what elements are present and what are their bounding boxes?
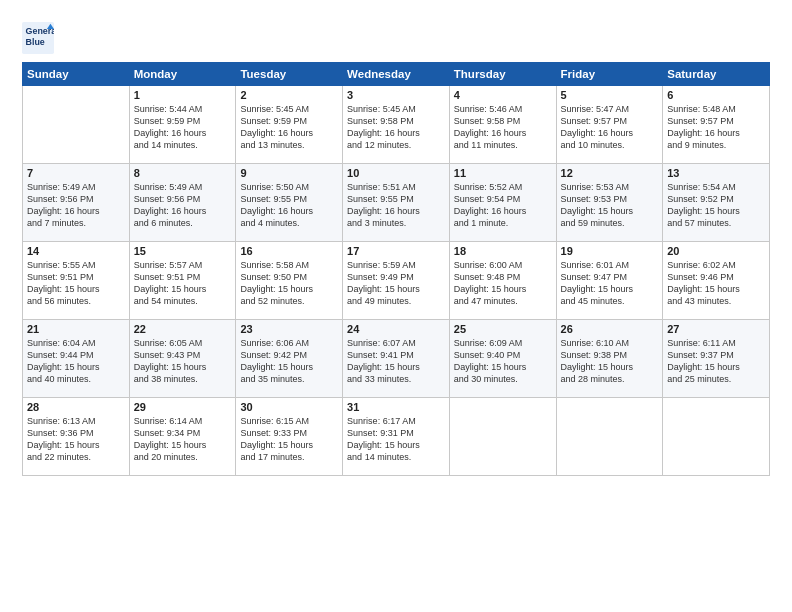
calendar-cell: 26Sunrise: 6:10 AM Sunset: 9:38 PM Dayli… [556, 320, 663, 398]
calendar-cell: 2Sunrise: 5:45 AM Sunset: 9:59 PM Daylig… [236, 86, 343, 164]
calendar-cell [449, 398, 556, 476]
calendar-cell: 18Sunrise: 6:00 AM Sunset: 9:48 PM Dayli… [449, 242, 556, 320]
calendar-cell: 30Sunrise: 6:15 AM Sunset: 9:33 PM Dayli… [236, 398, 343, 476]
day-info: Sunrise: 6:00 AM Sunset: 9:48 PM Dayligh… [454, 259, 552, 308]
calendar-cell: 23Sunrise: 6:06 AM Sunset: 9:42 PM Dayli… [236, 320, 343, 398]
day-number: 30 [240, 401, 338, 413]
calendar-cell: 29Sunrise: 6:14 AM Sunset: 9:34 PM Dayli… [129, 398, 236, 476]
day-info: Sunrise: 5:45 AM Sunset: 9:58 PM Dayligh… [347, 103, 445, 152]
day-number: 28 [27, 401, 125, 413]
calendar-cell: 11Sunrise: 5:52 AM Sunset: 9:54 PM Dayli… [449, 164, 556, 242]
calendar-cell [663, 398, 770, 476]
day-info: Sunrise: 5:54 AM Sunset: 9:52 PM Dayligh… [667, 181, 765, 230]
day-number: 13 [667, 167, 765, 179]
calendar-cell: 15Sunrise: 5:57 AM Sunset: 9:51 PM Dayli… [129, 242, 236, 320]
calendar-week-row: 14Sunrise: 5:55 AM Sunset: 9:51 PM Dayli… [23, 242, 770, 320]
day-info: Sunrise: 6:14 AM Sunset: 9:34 PM Dayligh… [134, 415, 232, 464]
calendar-cell [23, 86, 130, 164]
day-info: Sunrise: 5:58 AM Sunset: 9:50 PM Dayligh… [240, 259, 338, 308]
day-number: 12 [561, 167, 659, 179]
day-number: 16 [240, 245, 338, 257]
calendar-cell: 17Sunrise: 5:59 AM Sunset: 9:49 PM Dayli… [343, 242, 450, 320]
day-number: 19 [561, 245, 659, 257]
weekday-header: Sunday [23, 63, 130, 86]
calendar-cell: 14Sunrise: 5:55 AM Sunset: 9:51 PM Dayli… [23, 242, 130, 320]
calendar-table: SundayMondayTuesdayWednesdayThursdayFrid… [22, 62, 770, 476]
day-info: Sunrise: 5:45 AM Sunset: 9:59 PM Dayligh… [240, 103, 338, 152]
weekday-header: Wednesday [343, 63, 450, 86]
day-number: 2 [240, 89, 338, 101]
day-info: Sunrise: 6:02 AM Sunset: 9:46 PM Dayligh… [667, 259, 765, 308]
calendar-cell: 12Sunrise: 5:53 AM Sunset: 9:53 PM Dayli… [556, 164, 663, 242]
calendar-cell: 16Sunrise: 5:58 AM Sunset: 9:50 PM Dayli… [236, 242, 343, 320]
calendar-cell: 4Sunrise: 5:46 AM Sunset: 9:58 PM Daylig… [449, 86, 556, 164]
calendar-cell: 8Sunrise: 5:49 AM Sunset: 9:56 PM Daylig… [129, 164, 236, 242]
day-number: 20 [667, 245, 765, 257]
day-info: Sunrise: 6:13 AM Sunset: 9:36 PM Dayligh… [27, 415, 125, 464]
calendar-cell: 28Sunrise: 6:13 AM Sunset: 9:36 PM Dayli… [23, 398, 130, 476]
day-info: Sunrise: 6:10 AM Sunset: 9:38 PM Dayligh… [561, 337, 659, 386]
day-number: 4 [454, 89, 552, 101]
calendar-cell: 10Sunrise: 5:51 AM Sunset: 9:55 PM Dayli… [343, 164, 450, 242]
calendar-week-row: 28Sunrise: 6:13 AM Sunset: 9:36 PM Dayli… [23, 398, 770, 476]
day-info: Sunrise: 5:44 AM Sunset: 9:59 PM Dayligh… [134, 103, 232, 152]
day-info: Sunrise: 6:04 AM Sunset: 9:44 PM Dayligh… [27, 337, 125, 386]
day-info: Sunrise: 6:11 AM Sunset: 9:37 PM Dayligh… [667, 337, 765, 386]
calendar-cell: 3Sunrise: 5:45 AM Sunset: 9:58 PM Daylig… [343, 86, 450, 164]
day-number: 6 [667, 89, 765, 101]
weekday-header: Monday [129, 63, 236, 86]
calendar-cell: 6Sunrise: 5:48 AM Sunset: 9:57 PM Daylig… [663, 86, 770, 164]
weekday-header: Friday [556, 63, 663, 86]
calendar-cell: 13Sunrise: 5:54 AM Sunset: 9:52 PM Dayli… [663, 164, 770, 242]
day-number: 22 [134, 323, 232, 335]
calendar-cell: 25Sunrise: 6:09 AM Sunset: 9:40 PM Dayli… [449, 320, 556, 398]
day-number: 14 [27, 245, 125, 257]
day-number: 26 [561, 323, 659, 335]
day-number: 23 [240, 323, 338, 335]
page: General Blue SundayMondayTuesdayWednesda… [0, 0, 792, 612]
calendar-week-row: 21Sunrise: 6:04 AM Sunset: 9:44 PM Dayli… [23, 320, 770, 398]
day-number: 31 [347, 401, 445, 413]
day-info: Sunrise: 6:17 AM Sunset: 9:31 PM Dayligh… [347, 415, 445, 464]
logo: General Blue [22, 22, 56, 54]
day-info: Sunrise: 5:53 AM Sunset: 9:53 PM Dayligh… [561, 181, 659, 230]
calendar-cell: 9Sunrise: 5:50 AM Sunset: 9:55 PM Daylig… [236, 164, 343, 242]
day-info: Sunrise: 6:09 AM Sunset: 9:40 PM Dayligh… [454, 337, 552, 386]
day-number: 24 [347, 323, 445, 335]
day-info: Sunrise: 6:15 AM Sunset: 9:33 PM Dayligh… [240, 415, 338, 464]
weekday-header: Tuesday [236, 63, 343, 86]
day-number: 3 [347, 89, 445, 101]
calendar-cell: 5Sunrise: 5:47 AM Sunset: 9:57 PM Daylig… [556, 86, 663, 164]
day-number: 15 [134, 245, 232, 257]
calendar-cell: 22Sunrise: 6:05 AM Sunset: 9:43 PM Dayli… [129, 320, 236, 398]
svg-text:Blue: Blue [26, 37, 45, 47]
header: General Blue [22, 18, 770, 54]
calendar-cell: 20Sunrise: 6:02 AM Sunset: 9:46 PM Dayli… [663, 242, 770, 320]
day-number: 25 [454, 323, 552, 335]
calendar-cell: 24Sunrise: 6:07 AM Sunset: 9:41 PM Dayli… [343, 320, 450, 398]
day-info: Sunrise: 5:48 AM Sunset: 9:57 PM Dayligh… [667, 103, 765, 152]
day-number: 18 [454, 245, 552, 257]
calendar-cell: 19Sunrise: 6:01 AM Sunset: 9:47 PM Dayli… [556, 242, 663, 320]
day-info: Sunrise: 5:47 AM Sunset: 9:57 PM Dayligh… [561, 103, 659, 152]
day-info: Sunrise: 5:51 AM Sunset: 9:55 PM Dayligh… [347, 181, 445, 230]
day-number: 29 [134, 401, 232, 413]
day-info: Sunrise: 6:01 AM Sunset: 9:47 PM Dayligh… [561, 259, 659, 308]
day-info: Sunrise: 6:07 AM Sunset: 9:41 PM Dayligh… [347, 337, 445, 386]
calendar-cell: 7Sunrise: 5:49 AM Sunset: 9:56 PM Daylig… [23, 164, 130, 242]
header-row: SundayMondayTuesdayWednesdayThursdayFrid… [23, 63, 770, 86]
day-number: 10 [347, 167, 445, 179]
weekday-header: Thursday [449, 63, 556, 86]
calendar-cell: 1Sunrise: 5:44 AM Sunset: 9:59 PM Daylig… [129, 86, 236, 164]
day-number: 21 [27, 323, 125, 335]
calendar-cell: 21Sunrise: 6:04 AM Sunset: 9:44 PM Dayli… [23, 320, 130, 398]
day-info: Sunrise: 6:06 AM Sunset: 9:42 PM Dayligh… [240, 337, 338, 386]
weekday-header: Saturday [663, 63, 770, 86]
day-info: Sunrise: 5:46 AM Sunset: 9:58 PM Dayligh… [454, 103, 552, 152]
day-info: Sunrise: 5:50 AM Sunset: 9:55 PM Dayligh… [240, 181, 338, 230]
day-info: Sunrise: 5:52 AM Sunset: 9:54 PM Dayligh… [454, 181, 552, 230]
calendar-cell: 31Sunrise: 6:17 AM Sunset: 9:31 PM Dayli… [343, 398, 450, 476]
day-info: Sunrise: 5:49 AM Sunset: 9:56 PM Dayligh… [134, 181, 232, 230]
calendar-week-row: 1Sunrise: 5:44 AM Sunset: 9:59 PM Daylig… [23, 86, 770, 164]
calendar-week-row: 7Sunrise: 5:49 AM Sunset: 9:56 PM Daylig… [23, 164, 770, 242]
